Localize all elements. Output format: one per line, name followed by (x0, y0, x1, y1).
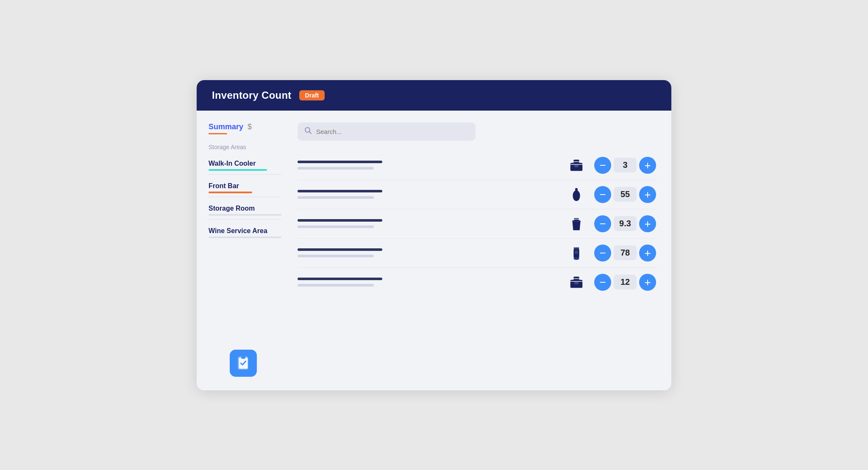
stepper-value-2: 55 (614, 187, 637, 202)
main-content: Summary $ Storage Areas Walk-In Cooler F… (197, 111, 671, 390)
svg-point-14 (573, 257, 579, 260)
summary-row[interactable]: Summary $ (209, 122, 281, 131)
stepper-1: − 3 + (594, 157, 656, 174)
sidebar-item-storageroom[interactable]: Storage Room (209, 200, 281, 220)
bar-light (298, 284, 374, 286)
table-row: − 12 + (298, 268, 656, 297)
decrement-button-2[interactable]: − (594, 186, 611, 203)
walkin-progress-bar (209, 169, 267, 171)
app-container: Inventory Count Draft Summary $ Storage … (197, 80, 671, 390)
sidebar-item-frontbar[interactable]: Front Bar (209, 178, 281, 197)
row-bars (298, 161, 559, 170)
stepper-3: − 9.3 + (594, 215, 656, 232)
row-bars (298, 278, 559, 286)
svg-point-13 (573, 247, 579, 249)
bar-dark (298, 278, 382, 280)
bar-dark (298, 190, 382, 192)
increment-button-4[interactable]: + (639, 245, 656, 261)
row-bars (298, 219, 559, 228)
bar-light (298, 255, 374, 257)
summary-dollar: $ (248, 122, 252, 131)
header: Inventory Count Draft (197, 80, 671, 111)
bar-light (298, 225, 374, 228)
storageroom-label: Storage Room (209, 200, 281, 214)
increment-button-5[interactable]: + (639, 274, 656, 291)
storageroom-progress-bar (209, 214, 281, 216)
sidebar-item-walkin[interactable]: Walk-In Cooler (209, 156, 281, 175)
stepper-value-4: 78 (614, 245, 637, 260)
increment-button-1[interactable]: + (639, 157, 656, 174)
inventory-rows-list: − 3 + (298, 151, 656, 297)
table-row: − 78 + (298, 239, 656, 268)
svg-point-10 (575, 191, 578, 193)
checklist-icon-wrap[interactable] (230, 350, 257, 377)
search-icon (304, 127, 312, 136)
bar-dark (298, 248, 382, 251)
stepper-2: − 55 + (594, 186, 656, 203)
storageroom-divider (209, 219, 281, 220)
table-row: − 55 + (298, 180, 656, 209)
walkin-cooler-label: Walk-In Cooler (209, 156, 281, 169)
box-icon (566, 157, 587, 173)
bar-light (298, 167, 374, 170)
row-bars (298, 190, 559, 199)
walkin-divider (209, 174, 281, 175)
wineservice-label: Wine Service Area (209, 223, 281, 236)
sidebar: Summary $ Storage Areas Walk-In Cooler F… (197, 111, 290, 390)
svg-rect-15 (575, 250, 578, 254)
table-row: − 3 + (298, 151, 656, 180)
svg-line-5 (309, 131, 312, 133)
bar-dark (298, 161, 382, 163)
bar-dark (298, 219, 382, 222)
draft-badge: Draft (299, 90, 325, 100)
table-row: − 9.3 + (298, 209, 656, 239)
page-title: Inventory Count (212, 89, 292, 101)
frontbar-progress-bar (209, 192, 252, 193)
checklist-svg (235, 355, 251, 371)
storage-areas-label: Storage Areas (209, 144, 281, 150)
stepper-5: − 12 + (594, 274, 656, 291)
sidebar-item-wineservice[interactable]: Wine Service Area (209, 223, 281, 238)
can-icon (566, 245, 587, 261)
box2-icon (566, 274, 587, 290)
decrement-button-5[interactable]: − (594, 274, 611, 291)
increment-button-3[interactable]: + (639, 215, 656, 232)
svg-rect-3 (241, 356, 245, 359)
svg-rect-8 (574, 164, 579, 167)
increment-button-2[interactable]: + (639, 186, 656, 203)
bag-icon (566, 216, 587, 232)
summary-underline (209, 133, 227, 134)
search-bar[interactable] (298, 122, 476, 141)
stepper-value-1: 3 (614, 158, 637, 172)
stepper-4: − 78 + (594, 245, 656, 261)
stepper-value-3: 9.3 (614, 216, 637, 231)
bottle-icon (566, 186, 587, 203)
search-input[interactable] (316, 128, 469, 135)
decrement-button-1[interactable]: − (594, 157, 611, 174)
search-bar-wrap (298, 122, 656, 141)
svg-rect-9 (575, 188, 578, 191)
wineservice-progress-bar (209, 236, 281, 238)
stepper-value-5: 12 (614, 275, 637, 289)
right-panel: − 3 + (290, 111, 671, 390)
decrement-button-3[interactable]: − (594, 215, 611, 232)
frontbar-divider (209, 197, 281, 197)
decrement-button-4[interactable]: − (594, 245, 611, 261)
row-bars (298, 248, 559, 257)
svg-rect-18 (574, 281, 579, 284)
checklist-icon[interactable] (230, 350, 257, 377)
frontbar-label: Front Bar (209, 178, 281, 192)
bar-light (298, 196, 374, 199)
summary-label: Summary (209, 122, 243, 131)
